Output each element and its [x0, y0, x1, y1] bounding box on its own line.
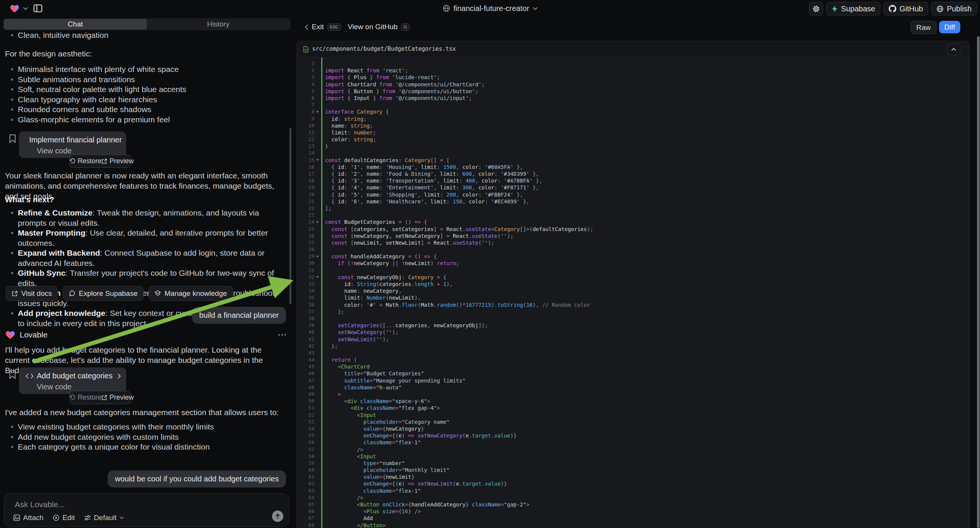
code-line: 18 { id: '3', name: 'Transportation', li…	[297, 177, 969, 184]
code-line: 13}	[297, 143, 969, 149]
fold-gutter	[314, 474, 320, 480]
code-line: 14	[297, 149, 969, 156]
fold-gutter	[314, 522, 320, 528]
bookmark-icon[interactable]	[8, 370, 17, 379]
chat-scrollbar[interactable]	[290, 128, 291, 305]
fold-gutter	[314, 356, 320, 363]
line-number: 3	[297, 74, 314, 81]
code-text: >	[320, 391, 341, 398]
logo-chevron-down-icon[interactable]	[23, 7, 28, 10]
edit-card-implement-planner[interactable]: Implement financial planner View code	[19, 132, 126, 158]
file-plus-icon	[303, 46, 309, 52]
github-button[interactable]: GitHub	[883, 2, 928, 16]
fold-chevron-icon[interactable]	[314, 274, 320, 281]
code-line: 57 />	[297, 446, 969, 453]
fold-gutter	[314, 102, 320, 108]
collapse-file-button[interactable]	[947, 44, 960, 55]
github-icon	[889, 5, 896, 13]
code-line: 61 value={newLimit}	[297, 474, 969, 480]
line-number: 42	[297, 343, 314, 350]
send-button[interactable]	[272, 511, 283, 522]
code-line: 4import ChartCard from '@/components/ui/…	[297, 81, 969, 88]
raw-button[interactable]: Raw	[911, 21, 936, 34]
visit-docs-label: Visit docs	[21, 289, 52, 298]
code-text: onChange={(e) => setNewLimit(e.target.va…	[320, 480, 507, 487]
mode-select[interactable]: Default	[84, 514, 124, 522]
code-text	[320, 315, 325, 322]
preview-label: Preview	[110, 157, 134, 165]
lovable-logo[interactable]	[10, 4, 19, 13]
line-number: 68	[297, 522, 314, 528]
fold-chevron-icon[interactable]	[314, 219, 320, 225]
diff-button[interactable]: Diff	[939, 21, 960, 33]
lovable-avatar	[5, 330, 15, 339]
line-number: 5	[297, 88, 314, 95]
restore-button[interactable]: Restore	[70, 157, 102, 165]
preview-button[interactable]: Preview	[102, 394, 134, 401]
visit-docs-button[interactable]: Visit docs	[6, 286, 58, 301]
line-number: 12	[297, 136, 314, 143]
line-number: 37	[297, 308, 314, 315]
attach-button[interactable]: Attach	[13, 514, 44, 522]
fold-gutter	[314, 432, 320, 439]
bookmark-icon[interactable]	[8, 134, 17, 143]
fold-gutter	[314, 329, 320, 336]
scrollback-list: Clean, intuitive navigation	[5, 30, 285, 41]
code-line: 23	[297, 212, 969, 219]
line-number: 43	[297, 350, 314, 356]
tab-chat[interactable]: Chat	[4, 19, 147, 30]
fold-gutter	[314, 515, 320, 522]
line-number: 14	[297, 149, 314, 156]
publish-button[interactable]: Publish	[931, 2, 977, 16]
fold-chevron-icon[interactable]	[314, 108, 320, 115]
code-text	[320, 149, 325, 156]
list-item: Subtle animations and transitions	[5, 75, 285, 85]
project-menu[interactable]: financial-future-creator	[442, 0, 538, 17]
code-text: { id: '2', name: 'Food & Dining', limit:…	[320, 170, 539, 177]
explore-supabase-button[interactable]: Explore Supabase	[63, 286, 143, 301]
code-text: <Button onClick={handleAddCategory} clas…	[320, 501, 530, 508]
fold-gutter	[314, 212, 320, 219]
supabase-button[interactable]: Supabase	[826, 2, 880, 16]
list-item: Add new budget categories with custom li…	[5, 432, 285, 442]
view-on-github-button[interactable]: View on GitHub G	[348, 23, 409, 31]
more-options-icon[interactable]	[278, 334, 286, 336]
code-text: { id: '5', name: 'Shopping', limit: 200,…	[320, 191, 523, 198]
line-number: 57	[297, 446, 314, 453]
edit-mode-button[interactable]: Edit	[52, 514, 75, 522]
fold-gutter	[314, 467, 320, 474]
edit-card-add-budget-categories[interactable]: Add budget categories View code	[19, 367, 126, 394]
code-line: 68 </Button>	[297, 522, 969, 528]
fold-gutter	[314, 487, 320, 494]
view-code-link[interactable]: View code	[37, 146, 121, 155]
code-editor[interactable]: 12import React from 'react';3import { Pl…	[297, 57, 969, 528]
fold-gutter	[314, 60, 320, 67]
tab-history[interactable]: History	[147, 19, 290, 30]
fold-chevron-icon[interactable]	[314, 253, 320, 260]
restore-label: Restore	[78, 394, 102, 401]
code-panel-header: Exit ESC View on GitHub G Raw Diff	[294, 17, 980, 40]
code-line: 46 title="Budget Categories"	[297, 370, 969, 377]
knowledge-box-icon	[154, 290, 161, 297]
preview-button[interactable]: Preview	[102, 157, 134, 165]
code-line: 5import { Button } from '@/components/ui…	[297, 88, 969, 95]
fold-gutter	[314, 377, 320, 384]
code-line: 58 <Input	[297, 453, 969, 460]
line-number: 25	[297, 226, 314, 232]
file-header[interactable]: src/components/budget/BudgetCategories.t…	[297, 41, 969, 57]
code-text: className="h-auto"	[320, 384, 401, 391]
code-line: 16 { id: '1', name: 'Housing', limit: 15…	[297, 164, 969, 170]
exit-button[interactable]: Exit ESC	[305, 23, 341, 31]
chat-panel: Chat History Clean, intuitive navigation…	[0, 17, 294, 528]
code-line: 38	[297, 315, 969, 322]
list-item: View existing budget categories with the…	[5, 422, 285, 432]
settings-button[interactable]	[809, 2, 823, 16]
chat-input[interactable]	[14, 499, 243, 509]
sliders-icon	[84, 515, 91, 521]
toggle-sidebar-button[interactable]	[32, 2, 44, 14]
view-code-link[interactable]: View code	[37, 383, 121, 391]
restore-button[interactable]: Restore	[70, 394, 102, 401]
manage-knowledge-button[interactable]: Manage knowledge	[148, 286, 233, 301]
code-scrollbar[interactable]	[977, 37, 980, 528]
fold-chevron-icon[interactable]	[314, 157, 320, 164]
